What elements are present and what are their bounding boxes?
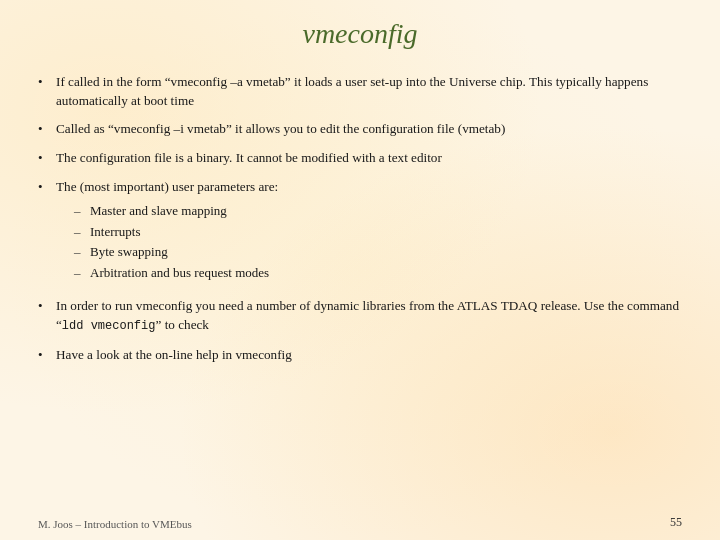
bullet-dot: • bbox=[38, 149, 56, 168]
list-item: – Arbitration and bus request modes bbox=[74, 263, 682, 283]
list-item: – Interrupts bbox=[74, 222, 682, 242]
bullet-dot: • bbox=[38, 297, 56, 316]
bullet-text: If called in the form “vmeconfig –a vmet… bbox=[56, 72, 682, 110]
slide: vmeconfig • If called in the form “vmeco… bbox=[0, 0, 720, 540]
sub-dash: – bbox=[74, 222, 90, 242]
list-item: – Master and slave mapping bbox=[74, 201, 682, 221]
bullet-dot: • bbox=[38, 178, 56, 197]
list-item: • The configuration file is a binary. It… bbox=[38, 148, 682, 168]
text-after: ” to check bbox=[155, 317, 208, 332]
bullet-list: • If called in the form “vmeconfig –a vm… bbox=[38, 72, 682, 510]
sub-list: – Master and slave mapping – Interrupts … bbox=[74, 201, 682, 282]
sub-dash: – bbox=[74, 263, 90, 283]
sub-text: Interrupts bbox=[90, 222, 141, 242]
sub-text: Byte swapping bbox=[90, 242, 168, 262]
sub-dash: – bbox=[74, 242, 90, 262]
sub-text: Arbitration and bus request modes bbox=[90, 263, 269, 283]
bullet-text: The configuration file is a binary. It c… bbox=[56, 148, 682, 167]
list-item: • In order to run vmeconfig you need a n… bbox=[38, 296, 682, 336]
bullet-text: The (most important) user parameters are… bbox=[56, 177, 682, 287]
list-item: • Have a look at the on-line help in vme… bbox=[38, 345, 682, 365]
list-item: • The (most important) user parameters a… bbox=[38, 177, 682, 287]
bullet-text: In order to run vmeconfig you need a num… bbox=[56, 296, 682, 336]
bullet-text: Called as “vmeconfig –i vmetab” it allow… bbox=[56, 119, 682, 138]
list-item: – Byte swapping bbox=[74, 242, 682, 262]
list-item: • Called as “vmeconfig –i vmetab” it all… bbox=[38, 119, 682, 139]
list-item: • If called in the form “vmeconfig –a vm… bbox=[38, 72, 682, 110]
sub-text: Master and slave mapping bbox=[90, 201, 227, 221]
sub-dash: – bbox=[74, 201, 90, 221]
bullet-dot: • bbox=[38, 346, 56, 365]
page-number: 55 bbox=[670, 515, 682, 530]
bullet-dot: • bbox=[38, 73, 56, 92]
slide-title: vmeconfig bbox=[38, 18, 682, 50]
inline-code: ldd vmeconfig bbox=[62, 319, 156, 333]
slide-footer: M. Joos – Introduction to VMEbus bbox=[38, 518, 192, 530]
bullet-dot: • bbox=[38, 120, 56, 139]
bullet-text: Have a look at the on-line help in vmeco… bbox=[56, 345, 682, 364]
